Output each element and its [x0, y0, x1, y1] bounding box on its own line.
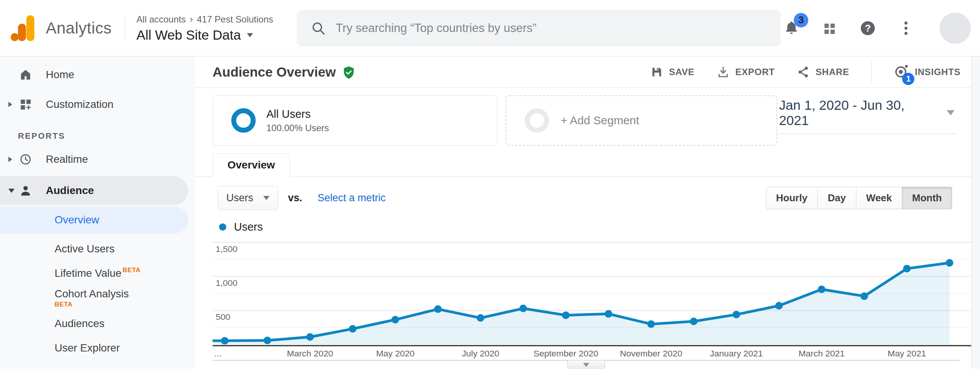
tab-overview[interactable]: Overview [213, 153, 290, 177]
more-menu-button[interactable] [898, 20, 914, 37]
account-avatar[interactable] [940, 13, 971, 44]
analytics-logo[interactable]: Analytics [11, 14, 112, 42]
segment-all-users[interactable]: All Users 100.00% Users [213, 95, 497, 146]
vs-label: vs. [288, 192, 303, 204]
granularity-hourly[interactable]: Hourly [766, 187, 817, 209]
insights-badge: 1 [902, 73, 914, 85]
sidebar-item-customization[interactable]: Customization [0, 95, 195, 114]
sidebar-item-demographics[interactable]: Demographics [0, 364, 195, 369]
legend-label: Users [234, 221, 263, 233]
metric-dropdown[interactable]: Users [218, 186, 278, 210]
select-metric-link[interactable]: Select a metric [318, 192, 386, 204]
help-button[interactable]: ? [859, 20, 876, 37]
sidebar-item-user-explorer[interactable]: User Explorer [0, 339, 195, 357]
date-range-value: Jan 1, 2020 - Jun 30, 2021 [779, 98, 935, 128]
insights-label: INSIGHTS [915, 67, 961, 77]
page-right-gutter [971, 56, 980, 369]
y-axis-tick-label: 500 [216, 312, 230, 322]
share-button[interactable]: SHARE [797, 66, 849, 79]
sidebar-item-label: User Explorer [0, 342, 120, 354]
actions-divider [871, 61, 872, 83]
axis-expander-row [213, 360, 960, 369]
sidebar-item-label: Demographics [0, 367, 128, 369]
export-button[interactable]: EXPORT [717, 66, 775, 79]
data-point [519, 305, 527, 312]
x-axis-tick-label: May 2021 [888, 348, 926, 358]
sidebar-item-audience[interactable]: Audience [0, 176, 188, 205]
sidebar-item-label: Audiences [0, 318, 105, 330]
add-segment-button[interactable]: + Add Segment [506, 95, 777, 146]
x-axis-tick-label: November 2020 [620, 348, 682, 358]
breadcrumb-property: 417 Pest Solutions [197, 14, 273, 25]
sidebar-item-home[interactable]: Home [0, 66, 195, 84]
x-axis-tick-label: January 2021 [710, 348, 763, 358]
chart-controls: Users vs. Select a metric Hourly Day Wee… [195, 177, 971, 210]
notifications-button[interactable]: 3 [783, 20, 800, 37]
search-input[interactable] [336, 21, 767, 35]
analytics-logo-icon [11, 14, 34, 42]
chevron-right-icon [8, 102, 12, 107]
x-axis-tick-label: May 2020 [376, 348, 414, 358]
users-line-chart[interactable]: 5001,0001,500...March 2020May 2020July 2… [213, 237, 971, 358]
sidebar-item-active-users[interactable]: Active Users [0, 240, 195, 258]
sidebar-item-label: Realtime [0, 153, 88, 165]
view-name: All Web Site Data [137, 27, 241, 43]
breadcrumb-scope: All accounts [137, 14, 186, 25]
apps-grid-button[interactable] [821, 20, 838, 37]
segments-row: All Users 100.00% Users + Add Segment Ja… [195, 88, 971, 150]
metric-selected-label: Users [226, 192, 253, 204]
sidebar-item-label: Lifetime Value [55, 267, 121, 279]
legend-dot-icon [219, 223, 226, 231]
x-axis-tick-label: March 2021 [798, 348, 845, 358]
person-icon [19, 184, 32, 197]
save-label: SAVE [669, 67, 695, 77]
y-axis-tick-label: 1,000 [216, 278, 237, 288]
x-axis-tick-label: September 2020 [534, 348, 598, 358]
sidebar-item-label: Customization [0, 98, 113, 111]
segment-ring-icon [231, 108, 256, 133]
segment-subtitle: 100.00% Users [266, 123, 329, 133]
data-point [392, 316, 399, 324]
data-point [861, 292, 868, 300]
y-axis-tick-label: 1,500 [216, 244, 237, 254]
series-area [213, 263, 949, 344]
download-icon [717, 66, 730, 79]
beta-badge: BETA [122, 266, 140, 274]
sidebar-item-overview-active[interactable]: Overview [0, 207, 188, 233]
data-point [604, 310, 612, 318]
sidebar-item-audiences[interactable]: Audiences [0, 315, 195, 332]
sidebar-item-label: Overview [0, 214, 99, 226]
granularity-week[interactable]: Week [856, 187, 902, 209]
insights-button[interactable]: 1 INSIGHTS [894, 64, 961, 80]
granularity-month-active[interactable]: Month [902, 187, 952, 209]
product-name: Analytics [46, 19, 112, 37]
chevron-down-icon [947, 110, 954, 116]
save-button[interactable]: SAVE [650, 66, 695, 79]
data-point [690, 318, 698, 325]
axis-expander-button[interactable] [567, 361, 605, 369]
report-title-bar: Audience Overview SAVE [195, 56, 971, 88]
data-point [903, 265, 911, 273]
tab-strip: Overview [195, 153, 971, 177]
granularity-day[interactable]: Day [817, 187, 856, 209]
date-range-picker[interactable]: Jan 1, 2020 - Jun 30, 2021 [777, 95, 956, 134]
sidebar-item-realtime[interactable]: Realtime [0, 150, 195, 168]
sidebar-item-lifetime-value[interactable]: Lifetime ValueBETA [0, 265, 195, 282]
more-vertical-icon [899, 20, 913, 36]
add-segment-ring-icon [525, 108, 549, 133]
sidebar-item-cohort-analysis[interactable]: Cohort Analysis BETA [0, 286, 195, 310]
clock-icon [19, 153, 32, 166]
sidebar: Home Customization REPORTS Realtime [0, 56, 195, 369]
header-icons: 3 ? [783, 13, 971, 44]
data-point [221, 337, 229, 345]
sidebar-section-reports: REPORTS [0, 131, 195, 141]
chevron-right-icon [8, 157, 12, 162]
save-icon [650, 66, 663, 79]
home-icon [19, 68, 32, 81]
beta-badge: BETA [55, 301, 129, 308]
search-bar[interactable] [297, 10, 781, 47]
report-actions: SAVE EXPORT SHARE [650, 61, 961, 83]
data-point [477, 314, 484, 322]
account-switcher[interactable]: All accounts › 417 Pest Solutions All We… [137, 13, 273, 43]
x-axis-tick-label: July 2020 [462, 348, 499, 358]
